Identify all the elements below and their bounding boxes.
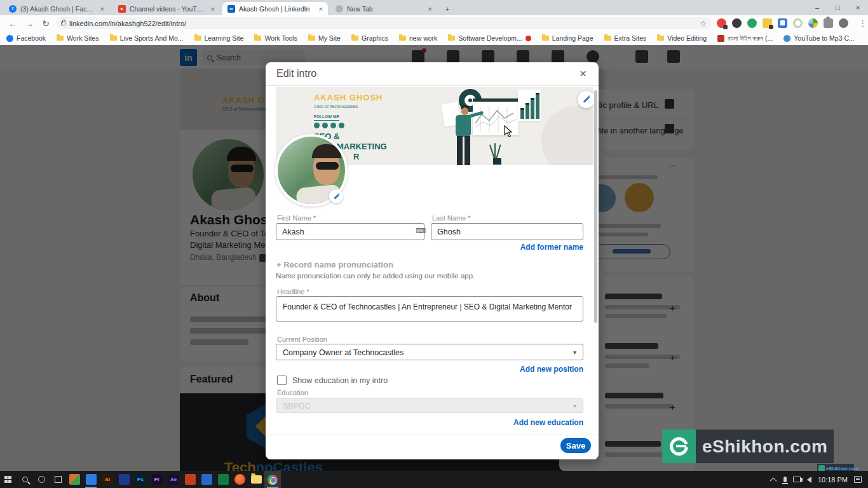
tab-close-icon[interactable]: ×: [428, 5, 432, 13]
taskbar-app-photoshop[interactable]: Ps: [132, 471, 149, 488]
forward-button[interactable]: →: [23, 17, 36, 30]
save-button[interactable]: Save: [560, 438, 591, 453]
bookmark-graphics[interactable]: Graphics: [351, 34, 388, 42]
pencil-icon: [334, 194, 339, 199]
address-bar[interactable]: linkedin.com/in/akashgh522/edit/intro/ ☆: [56, 17, 712, 29]
taskbar-search-button[interactable]: [17, 471, 33, 488]
extensions-puzzle-icon[interactable]: [824, 18, 833, 28]
bookmark-bangla-type[interactable]: বাংলা টাইপ করুন (...: [717, 34, 773, 43]
banner-tagline3: R: [353, 152, 359, 161]
taskbar-app-file-explorer[interactable]: [248, 471, 264, 488]
illustrator-icon: Ai: [102, 474, 113, 485]
eshikhon-watermark: eShikhon.com: [662, 430, 834, 463]
tab-youtube-studio[interactable]: ▸ Channel videos - YouTube Studio ×: [113, 2, 220, 15]
start-button[interactable]: [0, 471, 17, 488]
taskbar-app-premiere[interactable]: Pr: [149, 471, 165, 488]
bookmark-live-sports[interactable]: Live Sports And Mo...: [110, 34, 184, 42]
edit-photo-button[interactable]: [329, 189, 343, 203]
divider: [266, 85, 599, 86]
taskbar-app-browser2[interactable]: [231, 471, 248, 488]
headline-textarea[interactable]: Founder & CEO of Technocastles | An Entr…: [276, 296, 583, 322]
tab-close-icon[interactable]: ×: [319, 5, 323, 13]
show-education-label: Show education in my intro: [292, 376, 388, 385]
bookmark-software-developm[interactable]: Software Developm...: [448, 34, 531, 42]
hair: [312, 144, 341, 158]
tab-linkedin-active[interactable]: in Akash Ghosh | LinkedIn ×: [222, 2, 328, 15]
show-education-checkbox[interactable]: [277, 376, 287, 385]
extension-badge: [769, 25, 773, 29]
tray-expand-icon[interactable]: [770, 477, 776, 484]
profile-avatar-icon[interactable]: [839, 18, 848, 28]
browser-menu-icon[interactable]: ⋮: [859, 17, 867, 29]
modal-close-icon[interactable]: ×: [580, 67, 587, 81]
tab-close-icon[interactable]: ×: [100, 5, 104, 13]
window-minimize-button[interactable]: –: [807, 0, 827, 15]
modal-scrollbar-thumb[interactable]: [594, 90, 597, 323]
folder-icon: [448, 36, 455, 41]
bookmark-work-sites[interactable]: Work Sites: [57, 34, 99, 42]
add-new-education-link[interactable]: Add new education: [475, 418, 583, 427]
edit-cover-button[interactable]: [578, 91, 593, 108]
bookmark-youtube-to-mp3[interactable]: YouTube to Mp3 C...: [783, 34, 855, 42]
bookmark-my-site[interactable]: My Site: [308, 34, 341, 42]
add-new-position-link[interactable]: Add new position: [475, 365, 583, 374]
task-view-button[interactable]: [50, 471, 66, 488]
extension-icon[interactable]: [778, 18, 787, 28]
reload-button[interactable]: ↻: [39, 17, 52, 30]
bar: [531, 100, 534, 119]
taskbar-app-photos[interactable]: [66, 471, 83, 488]
bookmark-new-work[interactable]: new work: [399, 34, 437, 42]
window-maximize-button[interactable]: □: [827, 0, 848, 15]
taskbar-app-aftereffects[interactable]: Ae: [165, 471, 182, 488]
taskbar-app-excel[interactable]: [215, 471, 231, 488]
headline-value: Founder & CEO of Technocastles | An Entr…: [283, 302, 572, 311]
speaker-icon[interactable]: [807, 477, 811, 483]
taskbar-clock[interactable]: 10:18 PM: [818, 476, 848, 484]
new-tab-button[interactable]: +: [441, 2, 454, 15]
bookmark-work-tools[interactable]: Work Tools: [254, 34, 297, 42]
record-pronunciation-button: + Record name pronunciation: [276, 260, 393, 269]
banner-tagline2: MARKETING: [337, 142, 387, 151]
extension-icon[interactable]: [717, 18, 726, 28]
task-view-icon: [55, 476, 62, 483]
extensions-area: [717, 17, 848, 29]
taskbar-app-teams[interactable]: [198, 471, 215, 488]
aftereffects-icon: Ae: [168, 474, 179, 485]
bookmark-video-editing[interactable]: Video Editing: [657, 34, 707, 42]
extension-icon[interactable]: [763, 18, 772, 28]
tab-title: Channel videos - YouTube Studio: [130, 5, 207, 13]
windows-logo-icon: [4, 476, 12, 484]
facebook-favicon-icon: f: [9, 5, 17, 13]
bookmark-facebook[interactable]: Facebook: [6, 34, 46, 42]
last-name-input[interactable]: [431, 223, 583, 240]
lock-icon: [61, 22, 65, 25]
bookmark-star-icon[interactable]: ☆: [700, 19, 707, 28]
tab-close-icon[interactable]: ×: [211, 5, 215, 13]
window-close-button[interactable]: ×: [848, 0, 868, 15]
bookmark-landing-page[interactable]: Landing Page: [542, 34, 593, 42]
bookmark-learning-site[interactable]: Learning Site: [194, 34, 244, 42]
action-center-icon[interactable]: [854, 476, 862, 483]
tab-facebook[interactable]: f (3) Akash Ghosh | Facebook ×: [4, 2, 109, 15]
teams-app-icon: [201, 474, 212, 485]
taskbar-app-powerpoint[interactable]: [182, 471, 198, 488]
blank-favicon-icon: [336, 5, 343, 13]
microphone-icon[interactable]: [783, 477, 787, 482]
taskbar-app-messenger[interactable]: [83, 471, 99, 488]
back-button[interactable]: ←: [6, 17, 19, 30]
taskbar-app-word[interactable]: [116, 471, 132, 488]
bookmark-extra-sites[interactable]: Extra Sites: [604, 34, 647, 42]
banner-follow-label: FOLLOW ME: [314, 114, 339, 121]
taskbar-app-illustrator[interactable]: Ai: [99, 471, 116, 488]
taskbar-app-chrome[interactable]: [264, 471, 281, 488]
add-former-name-link[interactable]: Add former name: [475, 243, 583, 252]
extension-icon[interactable]: [793, 18, 803, 28]
extension-icon[interactable]: [747, 18, 757, 28]
current-position-select[interactable]: Company Owner at Technocastles ▾: [276, 344, 583, 360]
keyboard-input-icon[interactable]: ⌨: [416, 227, 426, 235]
tab-new-tab[interactable]: New Tab ×: [330, 2, 437, 15]
extension-icon[interactable]: [732, 18, 742, 28]
first-name-input[interactable]: [276, 223, 424, 240]
cortana-button[interactable]: [33, 471, 50, 488]
extension-icon[interactable]: [808, 18, 818, 28]
